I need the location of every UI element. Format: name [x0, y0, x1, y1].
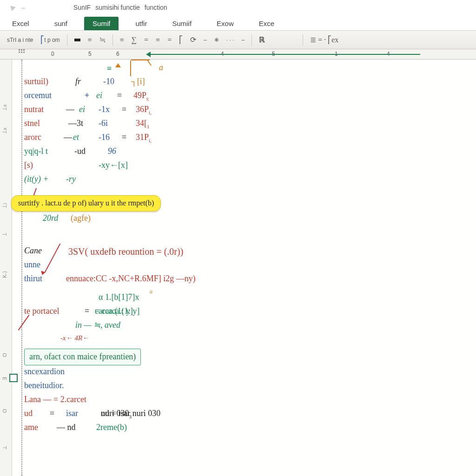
col-0[interactable]: 0 [51, 51, 54, 57]
data-row-2: nutrat — ei -1x = 36Pi, [24, 103, 471, 117]
row-gutter: ⟘x ⟘x ⟘⟩ ⟘ K-⟩ O ∃ O ⊥ [0, 60, 12, 476]
ribbon-toolbar: sTrI a i nte ⎡t p om ≡ ≒ ≡ ∑ = ≡ = ⎡ ⟳ –… [0, 31, 476, 49]
equal-icon[interactable]: ≡ [86, 34, 94, 46]
tab-sumiif[interactable]: Sumiif [164, 17, 200, 30]
highlight-row: surtitfy . lact.u de p of) ulary u it th… [24, 195, 471, 209]
column-header: 0 5 6 4 5 1 4 [0, 49, 476, 60]
formula-text: 3SV( uxdefb reountion = (.0r)) [68, 245, 183, 259]
cane-row: Cane 3SV( uxdefb reountion = (.0r)) [24, 245, 471, 258]
portacel-row: te portacel = = carca.(1: y] carca.(1: y… [24, 305, 471, 319]
ribbon-text-left[interactable]: sTrI a i nte [5, 35, 35, 45]
data-row-0: surtuil) fr -10 ┐[i] [24, 75, 471, 89]
cell-cursor[interactable] [9, 374, 18, 382]
ribbon-dash[interactable]: – [201, 35, 209, 45]
bracket-icon[interactable]: ⎡ [177, 34, 185, 46]
highlight-text: surtitfy . lact.u de p of) ulary u it th… [11, 195, 161, 212]
ribbon-dash2[interactable]: – [239, 35, 247, 45]
note-row: 20rd (agfe) [24, 212, 471, 226]
header-arrow-line [149, 54, 420, 55]
ribbon-dots[interactable]: · · · [224, 35, 237, 45]
greenbox-row: arn, ofact con maice fpreantien) [24, 349, 471, 363]
titlebar-sep: – [21, 4, 25, 11]
tab-sumif[interactable]: Sumif [84, 17, 119, 30]
annot-a: a [159, 61, 163, 74]
equiv-icon: ≡ [107, 62, 112, 75]
tab-utfir[interactable]: utfir [127, 17, 155, 30]
tab-exow[interactable]: Exow [208, 17, 242, 30]
tab-list: Excel sunf Sumif utfir Sumiif Exow Exce [0, 15, 476, 31]
data-row-7: (it(y) + -ry [24, 173, 471, 187]
data-row-4: arorc — et -16 = 31Pi, [24, 131, 471, 145]
left-arrow-icon [146, 52, 151, 57]
ribbon-right-group[interactable]: ≣ = · ⎡ex [308, 34, 341, 46]
data-row-1: orcemut + ei = 49Pi; [24, 89, 471, 103]
sigma-icon[interactable]: ∑ [129, 34, 139, 46]
list-icon[interactable]: ≡ [118, 34, 126, 46]
list2-icon[interactable]: ≡ [153, 34, 162, 46]
ribbon-group1[interactable]: ⎡t p om [38, 34, 62, 46]
data-row-5: yq|q-l t -ud 96 [24, 145, 471, 159]
title-app: SunIF [73, 4, 91, 11]
eq3-icon[interactable]: = [165, 34, 174, 46]
col-6[interactable]: 6 [116, 51, 119, 57]
ruler [12, 60, 22, 476]
set-R-icon[interactable]: ℝ [257, 34, 267, 46]
doc-icon [8, 4, 16, 11]
enn-row: thirut ennuace:CC -x,NC+R.6MF] i2g —ny) [24, 272, 471, 286]
green-hint: arn, ofact con maice fpreantien) [24, 349, 141, 365]
tab-exce[interactable]: Exce [251, 17, 283, 30]
ribbon-divider [67, 34, 67, 46]
title-bar: – SunIF sumisihi functie function [0, 0, 476, 15]
tab-excel[interactable]: Excel [4, 17, 38, 30]
data-row-3: stnel —3t -6i 34[1 [24, 117, 471, 131]
workspace: ⟘x ⟘x ⟘⟩ ⟘ K-⟩ O ∃ O ⊥ ≡ a surtuil) fr -… [0, 60, 476, 476]
eq2-icon[interactable]: = [142, 34, 151, 46]
tab-sunf[interactable]: sunf [46, 17, 76, 30]
approx-icon[interactable]: ≒ [97, 34, 108, 46]
title-sub: sumisihi functie [95, 4, 140, 11]
data-row-6: [s) -xy←[x] [24, 159, 471, 173]
title-doc: function [145, 4, 167, 11]
refresh-icon[interactable]: ⟳ [188, 34, 198, 46]
content-area: ≡ a surtuil) fr -10 ┐[i] orcemut + ei = … [24, 61, 471, 435]
col-5[interactable]: 5 [88, 51, 92, 57]
